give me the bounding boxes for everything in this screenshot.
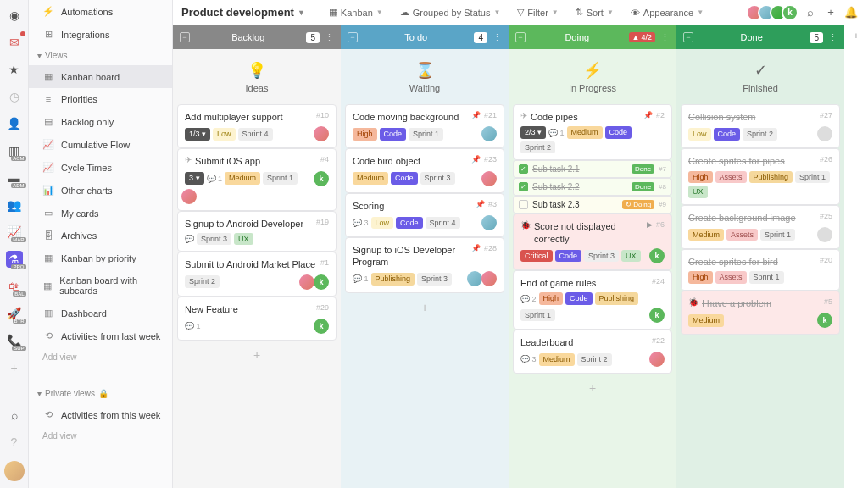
view-other-charts[interactable]: 📊Other charts (29, 179, 172, 202)
tag: High (353, 128, 377, 141)
card[interactable]: 🐞I have a problem#5Mediumk (681, 291, 840, 335)
view-kanban-by-priority[interactable]: ▦Kanban by priority (29, 247, 172, 269)
private-views-header[interactable]: ▾Private views 🔒 (29, 384, 172, 403)
card[interactable]: Create sprites for bird#20HighAssetsSpri… (681, 249, 840, 291)
assignee-avatar: k (314, 274, 329, 290)
member-avatars[interactable]: k (751, 4, 798, 21)
tag: Sprint 3 (584, 250, 619, 263)
column-doing: −Doing▲ 4/2⋮ ⚡In Progress ✈Code pipes📌#2… (509, 25, 676, 488)
view-kanban-board[interactable]: ▦Kanban board (29, 65, 172, 88)
view-archives[interactable]: 🗄Archives (29, 225, 172, 247)
card[interactable]: 🐞Score not displayed correctly▶#6Critica… (513, 214, 672, 270)
tag: Sprint 1 (795, 171, 830, 184)
view-priorities[interactable]: ≡Priorities (29, 88, 172, 110)
card[interactable]: Code moving background📌#21HighCodeSprint… (345, 104, 504, 148)
card[interactable]: Create sprites for pipes#26HighAssetsPub… (681, 148, 840, 204)
card[interactable]: New Feature#29💬 1k (177, 297, 337, 341)
card[interactable]: Signup to Android Developer#19💬 Sprint 3… (177, 211, 337, 252)
user-avatar[interactable] (4, 461, 25, 481)
assignee-avatar (299, 274, 314, 290)
add-card[interactable]: + (513, 378, 672, 398)
sort[interactable]: ⇅Sort▼ (569, 3, 620, 21)
tag: Medium (688, 314, 724, 327)
workspace-sup[interactable]: 📞 (6, 332, 23, 349)
topbar: Product development▼ ▦Kanban▼ ☁Grouped b… (173, 0, 868, 25)
filter[interactable]: ▽Filter▼ (510, 3, 565, 21)
card[interactable]: Create background image#25MediumAssetsSp… (681, 205, 840, 249)
workspace-bal[interactable]: 🛍 (6, 278, 23, 295)
tag: Medium (225, 172, 260, 185)
tag: UX (234, 233, 253, 246)
view-backlog-only[interactable]: ▤Backlog only (29, 110, 172, 133)
add-card[interactable]: + (177, 345, 337, 365)
view-kanban-board-with-subcards[interactable]: ▦Kanban board with subcards (29, 269, 172, 302)
card[interactable]: Signup to iOS Developer Program📌#28💬 1Pu… (345, 237, 504, 294)
tag: Sprint 2 (743, 128, 777, 141)
integrations-link[interactable]: ⊞Integrations (29, 23, 172, 46)
add-view[interactable]: Add view (29, 347, 172, 367)
view-cycle-times[interactable]: 📈Cycle Times (29, 156, 172, 179)
help-icon[interactable]: ? (6, 434, 23, 451)
workspace-mar[interactable]: 📈 (6, 224, 23, 241)
tag: Sprint 2 (520, 141, 555, 154)
search-icon[interactable]: ⌕ (802, 6, 819, 19)
project-title[interactable]: Product development▼ (181, 6, 305, 19)
star-icon[interactable]: ★ (6, 61, 23, 78)
column-menu[interactable]: ⋮ (492, 32, 502, 43)
view-dashboard[interactable]: ▥Dashboard (29, 302, 172, 324)
tag: Low (371, 217, 394, 230)
inbox-icon[interactable]: ✉ (6, 34, 23, 51)
card[interactable]: End of game rules#24💬 2HighCodePublishin… (513, 270, 672, 330)
subtask[interactable]: ✓Sub task 2.2Done#8 (513, 178, 672, 196)
assignee-avatar: k (314, 171, 329, 186)
progress-badge: 3 ▾ (185, 172, 204, 185)
subtask[interactable]: ✓Sub task 2.1Done#7 (513, 160, 672, 178)
column-menu[interactable]: ⋮ (325, 32, 334, 43)
card[interactable]: ✈Code pipes📌#22/3 ▾💬 1MediumCodeSprint 2 (513, 104, 672, 160)
checkbox-icon[interactable] (519, 200, 528, 209)
group-by[interactable]: ☁Grouped by Status▼ (393, 3, 508, 21)
workspace-acm[interactable]: ▥ (6, 142, 23, 159)
add-workspace-icon[interactable]: + (6, 359, 23, 376)
comment-count: 💬 1 (185, 322, 201, 330)
workspace-btr[interactable]: 🚀 (6, 305, 23, 322)
checkbox-icon[interactable]: ✓ (519, 164, 528, 174)
logo-icon[interactable]: ◉ (6, 7, 23, 24)
private-view[interactable]: ⟲Activities from this week (29, 403, 172, 426)
view-activities-from-last-week[interactable]: ⟲Activities from last week (29, 324, 172, 347)
search-icon[interactable]: ⌕ (6, 407, 23, 424)
assignee-avatar: k (817, 313, 832, 328)
workspace-adm[interactable]: ▬ (6, 169, 23, 186)
views-header[interactable]: ▾Views (29, 46, 172, 65)
tag: Medium (353, 172, 388, 185)
card[interactable]: Code bird object📌#23MediumCodeSprint 3 (345, 148, 504, 192)
card[interactable]: Collision system#27LowCodeSprint 2 (681, 104, 840, 148)
add-private-view[interactable]: Add view (29, 426, 172, 446)
card[interactable]: Leaderboard#22💬 3MediumSprint 2 (513, 330, 672, 374)
card[interactable]: Scoring📌#3💬 3LowCodeSprint 4 (345, 193, 504, 237)
user-icon[interactable]: 👤 (6, 115, 23, 132)
checkbox-icon[interactable]: ✓ (519, 182, 528, 191)
assignee-avatar (467, 271, 482, 286)
view-switcher[interactable]: ▦Kanban▼ (322, 3, 390, 21)
automations-link[interactable]: ⚡Automations (29, 0, 172, 23)
subtask[interactable]: Sub task 2.3↻ Doing#9 (513, 196, 672, 214)
column-menu[interactable]: ⋮ (660, 32, 670, 43)
view-my-cards[interactable]: ▭My cards (29, 202, 172, 225)
card[interactable]: Add multiplayer support#101/3 ▾LowSprint… (177, 104, 337, 148)
add-icon[interactable]: + (822, 6, 839, 19)
view-cumulative-flow[interactable]: 📈Cumulative Flow (29, 133, 172, 156)
card[interactable]: ✈Submit iOS app#43 ▾💬 1MediumSprint 1k (177, 148, 337, 210)
card-type-icon: 🐞 (520, 220, 531, 230)
add-card[interactable]: + (345, 297, 504, 318)
bell-icon[interactable]: 🔔 (843, 6, 860, 19)
add-column[interactable]: + (844, 25, 868, 488)
tag: Publishing (371, 273, 415, 286)
column-menu[interactable]: ⋮ (828, 32, 837, 43)
workspace-pro[interactable]: ⚗ (6, 251, 23, 268)
appearance[interactable]: 👁Appearance▼ (624, 4, 710, 21)
clock-icon[interactable]: ◷ (6, 88, 23, 105)
workspace-team[interactable]: 👥 (6, 197, 23, 214)
card[interactable]: Submit to Android Market Place#1Sprint 2… (177, 252, 337, 296)
assignee-avatar: k (649, 308, 665, 323)
